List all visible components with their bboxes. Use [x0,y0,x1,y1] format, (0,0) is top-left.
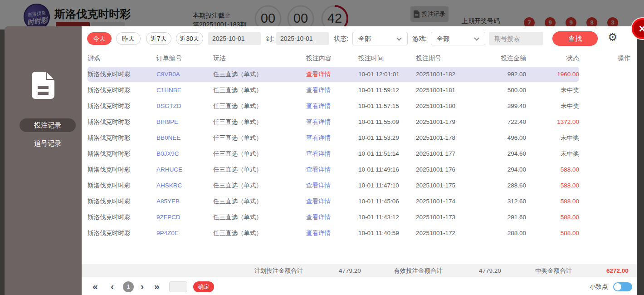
game-filter-label: 游戏: [412,32,427,45]
game-select[interactable]: 全部 [431,32,485,45]
table-row[interactable]: 斯洛伐克时时彩9P4Z0E任三直选（单式）查看详情10-01 11:40:592… [88,225,630,241]
filter-last7days-button[interactable]: 近7天 [146,32,171,45]
filter-yesterday-button[interactable]: 昨天 [116,32,141,45]
table-row[interactable]: 斯洛伐克时时彩C9VB0A任三直选（单式）查看详情10-01 12:01:012… [88,66,630,82]
time-cell: 10-01 12:01:01 [358,71,416,78]
column-header: 订单编号 [156,54,213,63]
filter-today-button[interactable]: 今天 [87,32,112,45]
play-cell: 任三直选（单式） [213,197,306,206]
sidebar-item-bet-records[interactable]: 投注记录 [20,118,76,132]
game-cell: 斯洛伐克时时彩 [88,166,156,174]
detail-link[interactable]: 查看详情 [306,102,358,110]
table-row[interactable]: 斯洛伐克时时彩C1HNBE任三直选（单式）查看详情10-01 11:59:122… [88,82,630,98]
amount-cell: 992.00 [476,71,526,78]
time-cell: 10-01 11:55:09 [358,118,416,125]
game-cell: 斯洛伐克时时彩 [88,182,156,190]
column-header: 投注期号 [416,54,476,63]
play-cell: 任三直选（单式） [213,182,306,190]
detail-link[interactable]: 查看详情 [306,118,358,126]
column-header: 游戏 [88,54,156,63]
filter-label: 近7天 [151,35,167,42]
chevron-down-icon [396,35,401,40]
order-link[interactable]: ARHUCE [156,166,213,173]
detail-link[interactable]: 查看详情 [306,134,358,142]
decimal-toggle-label: 小数点 [590,280,608,294]
amount-cell: 722.40 [476,118,526,125]
time-cell: 10-01 11:59:12 [358,87,416,93]
win-total-value: 6272.00 [606,264,629,277]
play-cell: 任三直选（单式） [213,102,306,110]
status-select[interactable]: 全部 [352,32,408,45]
status-cell: 588.00 [526,230,579,236]
detail-link[interactable]: 查看详情 [306,70,358,79]
sidebar-item-label: 追号记录 [34,139,61,147]
sidebar-item-chase-records[interactable]: 追号记录 [20,137,76,150]
amount-cell: 294.60 [476,150,526,157]
column-header: 投注内容 [306,54,358,63]
status-cell: 588.00 [526,214,579,221]
time-cell: 10-01 11:40:59 [358,230,416,236]
decimal-toggle-switch[interactable] [613,282,632,291]
next-page-button[interactable]: › [141,280,144,294]
last-page-button[interactable]: » [154,280,160,294]
order-link[interactable]: B0JX9C [156,150,213,157]
detail-link[interactable]: 查看详情 [306,197,358,206]
play-cell: 任三直选（单式） [213,86,306,94]
period-search-input[interactable] [489,32,543,45]
game-cell: 斯洛伐克时时彩 [88,229,156,237]
game-select-value: 全部 [437,35,449,42]
amount-cell: 288.00 [476,230,526,236]
amount-cell: 496.00 [476,134,526,141]
detail-link[interactable]: 查看详情 [306,213,358,221]
search-button[interactable]: 查找 [552,31,598,46]
page-jump-confirm-button[interactable]: 确定 [193,281,214,292]
amount-cell: 294.00 [476,166,526,173]
detail-link[interactable]: 查看详情 [306,86,358,94]
detail-link[interactable]: 查看详情 [306,229,358,237]
table-row[interactable]: 斯洛伐克时时彩B0JX9C任三直选（单式）查看详情10-01 11:51:142… [88,146,630,162]
table-row[interactable]: 斯洛伐克时时彩A85YEB任三直选（单式）查看详情10-01 11:45:062… [88,193,630,209]
chevron-down-icon [474,35,479,40]
table-row[interactable]: 斯洛伐克时时彩ARHUCE任三直选（单式）查看详情10-01 11:49:162… [88,162,630,177]
planned-total-label: 计划投注金额合计 [254,264,303,277]
play-cell: 任三直选（单式） [213,213,306,221]
order-link[interactable]: AHSKRC [156,182,213,189]
table-row[interactable]: 斯洛伐克时时彩9ZFPCD任三直选（单式）查看详情10-01 11:43:122… [88,209,630,225]
filter-label: 昨天 [122,35,135,42]
detail-link[interactable]: 查看详情 [306,150,358,158]
time-cell: 10-01 11:47:10 [358,182,416,189]
date-from-input[interactable] [208,32,261,45]
toggle-knob [614,283,621,290]
order-link[interactable]: A85YEB [156,198,213,205]
gear-icon[interactable]: ⚙ [608,31,618,44]
page-jump-input[interactable] [169,281,187,292]
order-link[interactable]: BB0NEE [156,134,213,141]
play-cell: 任三直选（单式） [213,118,306,126]
time-cell: 10-01 11:43:12 [358,214,416,221]
order-link[interactable]: BSGTZD [156,103,213,109]
column-header: 操作 [579,54,630,63]
detail-link[interactable]: 查看详情 [306,166,358,174]
table-row[interactable]: 斯洛伐克时时彩BIR9PE任三直选（单式）查看详情10-01 11:55:092… [88,114,630,130]
order-link[interactable]: BIR9PE [156,118,213,125]
table-row[interactable]: 斯洛伐克时时彩BSGTZD任三直选（单式）查看详情10-01 11:57:152… [88,98,630,114]
order-link[interactable]: 9P4Z0E [156,230,213,236]
table-row[interactable]: 斯洛伐克时时彩AHSKRC任三直选（单式）查看详情10-01 11:47:102… [88,177,630,193]
planned-total-value: 4779.20 [339,264,361,277]
order-link[interactable]: 9ZFPCD [156,214,213,221]
status-cell: 588.00 [526,182,579,189]
period-cell: 20251001-173 [416,214,476,221]
detail-link[interactable]: 查看详情 [306,182,358,190]
status-cell: 未中奖 [526,134,579,142]
current-page-indicator[interactable]: 1 [123,281,134,292]
play-cell: 任三直选（单式） [213,166,306,174]
order-link[interactable]: C9VB0A [156,71,213,78]
filter-last30days-button[interactable]: 近30天 [176,32,203,45]
table-row[interactable]: 斯洛伐克时时彩BB0NEE任三直选（单式）查看详情10-01 11:53:292… [88,130,630,146]
period-cell: 20251001-172 [416,230,476,236]
order-link[interactable]: C1HNBE [156,87,213,93]
first-page-button[interactable]: « [93,280,98,294]
date-to-input[interactable] [276,32,329,45]
screen: 斯洛伐克 时时彩 斯洛伐克时时彩 本期投注截止 第20251001-183期 0… [0,0,644,295]
prev-page-button[interactable]: ‹ [111,280,114,294]
